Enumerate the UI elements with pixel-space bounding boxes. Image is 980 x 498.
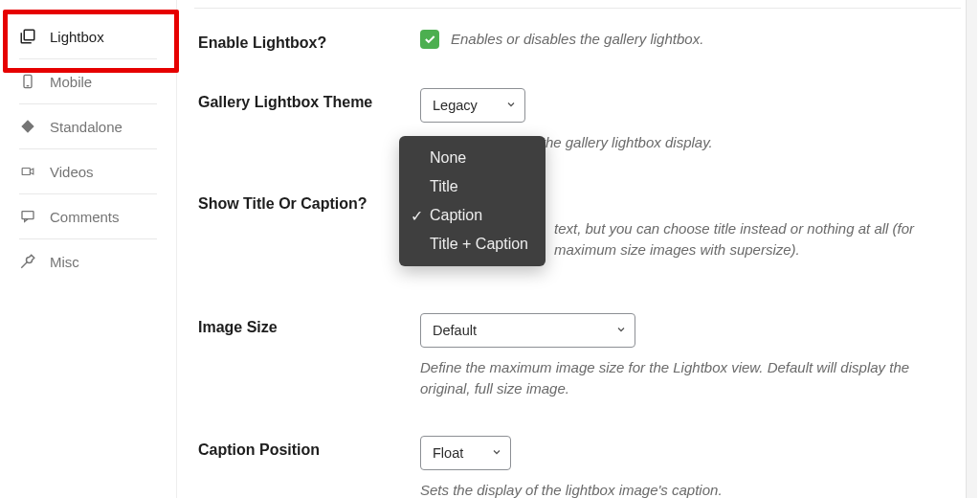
label-title-caption: Show Title Or Caption?: [198, 190, 420, 213]
chevron-down-icon: [615, 323, 627, 338]
sidebar-item-misc[interactable]: Misc: [19, 238, 157, 283]
sidebar-item-standalone[interactable]: Standalone: [19, 103, 157, 148]
settings-sidebar: Lightbox Mobile Standalone Videos Commen: [0, 0, 177, 498]
select-value: Float: [433, 445, 463, 461]
sidebar-item-lightbox[interactable]: Lightbox: [0, 14, 176, 58]
lightbox-icon: [19, 28, 36, 45]
row-gallery-theme: Gallery Lightbox Theme Legacy Sets the t…: [198, 88, 961, 153]
chevron-down-icon: [491, 445, 502, 461]
row-enable-lightbox: Enable Lightbox? Enables or disables the…: [198, 29, 961, 52]
sidebar-item-label: Comments: [50, 209, 120, 225]
label-image-size: Image Size: [198, 313, 420, 336]
svg-rect-3: [22, 169, 30, 175]
misc-icon: [19, 253, 36, 270]
sidebar-item-label: Lightbox: [50, 29, 104, 45]
video-icon: [19, 163, 36, 180]
svg-rect-0: [24, 30, 34, 40]
sidebar-item-mobile[interactable]: Mobile: [19, 58, 157, 103]
sidebar-item-label: Mobile: [50, 74, 92, 90]
gallery-theme-select[interactable]: Legacy: [420, 88, 525, 123]
select-value: Default: [433, 323, 477, 338]
image-size-select[interactable]: Default: [420, 313, 635, 348]
svg-rect-4: [22, 212, 33, 219]
help-caption-position: Sets the display of the lightbox image's…: [420, 480, 961, 498]
label-gallery-theme: Gallery Lightbox Theme: [198, 88, 420, 111]
row-title-caption: Show Title Or Caption? text, but you can…: [198, 190, 961, 260]
label-caption-position: Caption Position: [198, 436, 420, 459]
enable-lightbox-checkbox[interactable]: [420, 30, 439, 49]
help-image-size: Define the maximum image size for the Li…: [420, 357, 961, 399]
standalone-icon: [19, 118, 36, 135]
row-image-size: Image Size Default Define the maximum im…: [198, 313, 961, 399]
divider: [194, 8, 961, 9]
dropdown-option-caption[interactable]: Caption: [399, 201, 546, 230]
sidebar-item-label: Misc: [50, 254, 79, 270]
settings-form: Enable Lightbox? Enables or disables the…: [177, 0, 980, 498]
sidebar-item-label: Standalone: [50, 119, 122, 135]
comments-icon: [19, 208, 36, 225]
label-enable-lightbox: Enable Lightbox?: [198, 29, 420, 52]
caption-position-select[interactable]: Float: [420, 436, 511, 470]
sidebar-item-videos[interactable]: Videos: [19, 148, 157, 193]
help-enable-lightbox: Enables or disables the gallery lightbox…: [451, 29, 703, 50]
dropdown-option-none[interactable]: None: [399, 144, 546, 172]
dropdown-option-title-caption[interactable]: Title + Caption: [399, 230, 546, 259]
dropdown-option-title[interactable]: Title: [399, 172, 546, 201]
scrollbar[interactable]: [966, 0, 977, 498]
sidebar-item-comments[interactable]: Comments: [19, 193, 157, 238]
sidebar-item-label: Videos: [50, 164, 94, 180]
chevron-down-icon: [505, 98, 517, 113]
row-caption-position: Caption Position Float Sets the display …: [198, 436, 961, 498]
select-value: Legacy: [433, 98, 478, 113]
title-caption-dropdown[interactable]: None Title Caption Title + Caption: [399, 136, 546, 266]
mobile-icon: [19, 73, 36, 90]
